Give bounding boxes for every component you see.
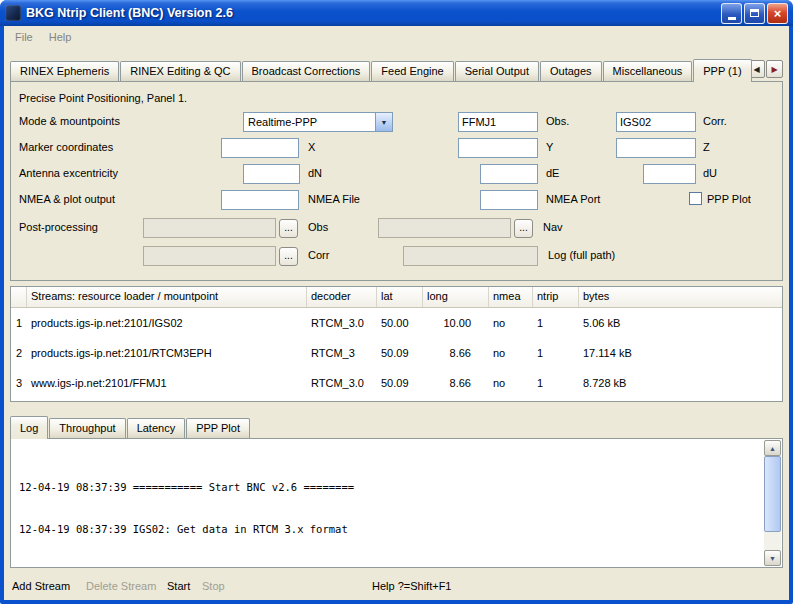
tab-feed-engine[interactable]: Feed Engine bbox=[371, 61, 453, 81]
cell-mountpoint: products.igs-ip.net:2101/RTCM3EPH bbox=[27, 347, 307, 359]
delete-stream-button[interactable]: Delete Stream bbox=[86, 580, 156, 592]
stream-row[interactable]: 2 products.igs-ip.net:2101/RTCM3EPH RTCM… bbox=[11, 338, 782, 368]
ppp-mode-combobox[interactable]: Realtime-PPP ▼ bbox=[243, 112, 393, 132]
scroll-down-icon: ▼ bbox=[769, 555, 776, 562]
x-label: X bbox=[308, 141, 315, 153]
cell-bytes: 5.06 kB bbox=[579, 317, 782, 329]
ppp-mode-value: Realtime-PPP bbox=[244, 116, 375, 128]
maximize-button[interactable] bbox=[744, 3, 765, 24]
log-line: 12-04-19 08:37:39 IGS02: Get data in RTC… bbox=[19, 522, 759, 536]
cell-decoder: RTCM_3.0 bbox=[307, 377, 377, 389]
obs-mountpoint-input[interactable] bbox=[458, 112, 538, 132]
header-ntrip: ntrip bbox=[533, 287, 579, 307]
cell-nmea: no bbox=[489, 317, 533, 329]
post-log-label: Log (full path) bbox=[548, 249, 615, 261]
cell-decoder: RTCM_3 bbox=[307, 347, 377, 359]
tab-log[interactable]: Log bbox=[10, 416, 48, 439]
marker-z-input[interactable] bbox=[616, 138, 696, 158]
close-button[interactable]: × bbox=[767, 3, 788, 24]
menu-file[interactable]: File bbox=[7, 28, 41, 46]
window-title: BKG Ntrip Client (BNC) Version 2.6 bbox=[26, 6, 719, 20]
tab-miscellaneous[interactable]: Miscellaneous bbox=[603, 61, 693, 81]
mode-mountpoints-label: Mode & mountpoints bbox=[19, 115, 120, 127]
minimize-icon bbox=[728, 17, 736, 20]
post-nav-label: Nav bbox=[543, 221, 563, 233]
add-stream-button[interactable]: Add Stream bbox=[12, 580, 70, 592]
scroll-up-icon: ▲ bbox=[769, 445, 776, 452]
antenna-de-input[interactable] bbox=[480, 164, 538, 184]
stream-row[interactable]: 3 www.igs-ip.net:2101/FFMJ1 RTCM_3.0 50.… bbox=[11, 368, 782, 398]
scroll-left-icon: ◀ bbox=[753, 65, 759, 74]
cell-ntrip: 1 bbox=[533, 317, 579, 329]
post-nav-browse-button[interactable]: ... bbox=[514, 219, 533, 238]
antenna-dn-input[interactable] bbox=[243, 164, 300, 184]
post-corr-path-input[interactable] bbox=[143, 246, 276, 266]
marker-x-input[interactable] bbox=[221, 138, 299, 158]
tab-serial-output[interactable]: Serial Output bbox=[455, 61, 539, 81]
nmea-port-label: NMEA Port bbox=[546, 193, 600, 205]
dn-label: dN bbox=[308, 167, 322, 179]
nmea-file-input[interactable] bbox=[221, 190, 299, 210]
cell-lat: 50.00 bbox=[377, 317, 423, 329]
log-scrollbar[interactable]: ▲ ▼ bbox=[764, 440, 781, 566]
cell-ntrip: 1 bbox=[533, 377, 579, 389]
tab-throughput[interactable]: Throughput bbox=[49, 418, 125, 438]
nmea-port-input[interactable] bbox=[480, 190, 538, 210]
maximize-icon bbox=[750, 9, 759, 17]
tab-ppp-1[interactable]: PPP (1) bbox=[693, 59, 751, 82]
panel-description: Precise Point Positioning, Panel 1. bbox=[19, 92, 187, 104]
post-obs-label: Obs bbox=[308, 221, 328, 233]
antenna-du-input[interactable] bbox=[643, 164, 696, 184]
tab-broadcast-corrections[interactable]: Broadcast Corrections bbox=[242, 61, 371, 81]
menu-help[interactable]: Help bbox=[41, 28, 80, 46]
row-number: 3 bbox=[11, 377, 27, 389]
header-long: long bbox=[423, 287, 489, 307]
cell-long: 10.00 bbox=[423, 317, 489, 329]
ppp-plot-checkbox[interactable] bbox=[689, 192, 702, 205]
obs-label: Obs. bbox=[546, 115, 569, 127]
antenna-excentricity-label: Antenna excentricity bbox=[19, 167, 118, 179]
y-label: Y bbox=[546, 141, 553, 153]
stop-button[interactable]: Stop bbox=[202, 580, 225, 592]
cell-lat: 50.09 bbox=[377, 377, 423, 389]
streams-table: Streams: resource loader / mountpoint de… bbox=[10, 286, 783, 402]
cell-lat: 50.09 bbox=[377, 347, 423, 359]
window-controls: × bbox=[719, 3, 788, 24]
minimize-button[interactable] bbox=[721, 3, 742, 24]
cell-decoder: RTCM_3.0 bbox=[307, 317, 377, 329]
title-bar[interactable]: BKG Ntrip Client (BNC) Version 2.6 × bbox=[0, 0, 793, 26]
cell-long: 8.66 bbox=[423, 347, 489, 359]
corr-mountpoint-input[interactable] bbox=[616, 112, 696, 132]
start-button[interactable]: Start bbox=[167, 580, 190, 592]
stream-row[interactable]: 1 products.igs-ip.net:2101/IGS02 RTCM_3.… bbox=[11, 308, 782, 338]
tab-scroll-buttons: ◀ ▶ bbox=[747, 60, 783, 78]
corr-label: Corr. bbox=[703, 115, 727, 127]
log-output: 12-04-19 08:37:39 =========== Start BNC … bbox=[12, 440, 763, 566]
cell-bytes: 17.114 kB bbox=[579, 347, 782, 359]
row-number: 1 bbox=[11, 317, 27, 329]
tab-rinex-ephemeris[interactable]: RINEX Ephemeris bbox=[10, 61, 119, 81]
scroll-right-icon: ▶ bbox=[771, 65, 777, 74]
marker-y-input[interactable] bbox=[458, 138, 538, 158]
du-label: dU bbox=[703, 167, 717, 179]
cell-nmea: no bbox=[489, 347, 533, 359]
tab-ppp-plot[interactable]: PPP Plot bbox=[186, 418, 250, 438]
help-shortcut-text: Help ?=Shift+F1 bbox=[372, 580, 452, 592]
marker-coordinates-label: Marker coordinates bbox=[19, 141, 113, 153]
post-nav-path-input[interactable] bbox=[378, 218, 511, 238]
post-log-path-input[interactable] bbox=[403, 246, 538, 266]
row-number: 2 bbox=[11, 347, 27, 359]
tab-rinex-editing-qc[interactable]: RINEX Editing & QC bbox=[120, 61, 240, 81]
post-corr-browse-button[interactable]: ... bbox=[279, 247, 298, 266]
tab-latency[interactable]: Latency bbox=[127, 418, 186, 438]
bottom-tab-bar: Log Throughput Latency PPP Plot bbox=[10, 415, 783, 438]
scrollbar-down-button[interactable]: ▼ bbox=[764, 550, 781, 566]
header-lat: lat bbox=[377, 287, 423, 307]
scrollbar-up-button[interactable]: ▲ bbox=[764, 440, 781, 456]
scrollbar-thumb[interactable] bbox=[764, 456, 781, 532]
post-obs-browse-button[interactable]: ... bbox=[279, 219, 298, 238]
post-obs-path-input[interactable] bbox=[143, 218, 276, 238]
tab-scroll-right-button[interactable]: ▶ bbox=[766, 60, 783, 78]
nmea-file-label: NMEA File bbox=[308, 193, 360, 205]
tab-outages[interactable]: Outages bbox=[540, 61, 602, 81]
